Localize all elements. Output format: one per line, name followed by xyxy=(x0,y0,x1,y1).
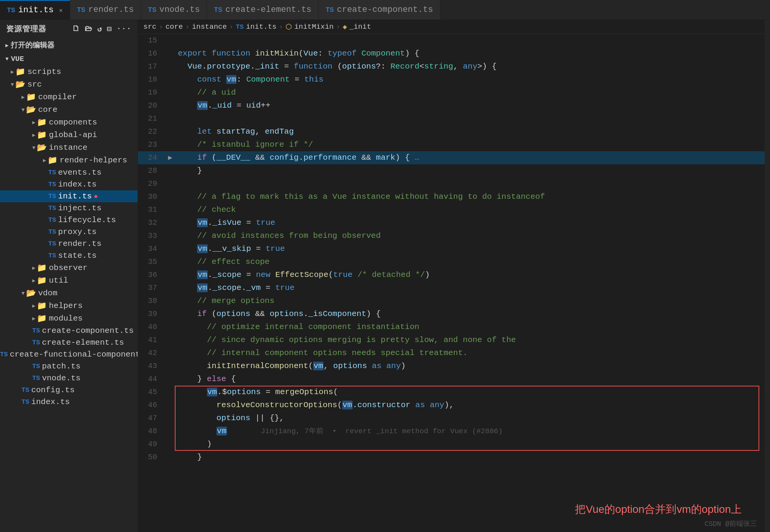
sidebar-item-patch-ts[interactable]: TS patch.ts xyxy=(0,360,138,372)
sidebar-item-global-api[interactable]: ▶ 📁 global-api xyxy=(0,129,138,141)
sidebar-item-create-element-ts[interactable]: TS create-element.ts xyxy=(0,337,138,349)
folder-icon: 📁 xyxy=(26,92,36,102)
sidebar-item-state-ts[interactable]: TS state.ts xyxy=(0,250,138,262)
line-number: 18 xyxy=(138,73,165,86)
new-file-icon[interactable]: 🗋 xyxy=(72,24,80,34)
sidebar-item-render-ts[interactable]: TS render.ts xyxy=(0,238,138,250)
line-number: 46 xyxy=(138,399,165,412)
close-icon[interactable]: ✕ xyxy=(59,7,63,14)
git-blame: Jinjiang, 7年前 • revert _init method for … xyxy=(235,427,502,435)
code-line: 33 // avoid instances from being observe… xyxy=(138,229,765,242)
sidebar-item-helpers[interactable]: ▶ 📁 helpers xyxy=(0,300,138,312)
line-content: // since dynamic options merging is pret… xyxy=(176,334,765,347)
sidebar-item-vnode-ts[interactable]: TS vnode.ts xyxy=(0,372,138,384)
ts-badge: TS xyxy=(0,351,8,358)
ts-icon: TS xyxy=(236,23,243,31)
sidebar-item-init-ts[interactable]: TS init.ts xyxy=(0,190,138,202)
more-icon[interactable]: ··· xyxy=(117,24,131,34)
open-editors-section[interactable]: ▶ 打开的编辑器 xyxy=(0,38,138,52)
line-content: vm.$options = mergeOptions( xyxy=(176,386,765,399)
sidebar-item-create-functional-component-ts[interactable]: TS create-functional-component.ts xyxy=(0,349,138,360)
line-content: // internal component options needs spec… xyxy=(176,347,765,360)
vue-root-section[interactable]: ▼ VUE xyxy=(0,52,138,65)
chevron-icon: ▼ xyxy=(5,56,8,62)
sidebar-item-compiler[interactable]: ▶ 📁 compiler xyxy=(0,91,138,103)
refresh-icon[interactable]: ↺ xyxy=(97,24,102,34)
bc-src[interactable]: src xyxy=(143,23,156,31)
sidebar-item-src[interactable]: ▼ 📂 src xyxy=(0,78,138,91)
code-editor[interactable]: 15 16 export function initMixin(Vue: typ… xyxy=(138,34,765,532)
sidebar-item-lifecycle-ts[interactable]: TS lifecycle.ts xyxy=(0,214,138,226)
code-line: 23 /* istanbul ignore if */ xyxy=(138,138,765,151)
line-number: 34 xyxy=(138,242,165,255)
sidebar-item-vdom[interactable]: ▼ 📂 vdom xyxy=(0,287,138,300)
tab-label: init.ts xyxy=(18,5,54,15)
sidebar-title: 资源管理器 xyxy=(6,24,46,34)
bc-scope[interactable]: _init xyxy=(349,23,371,31)
line-number: 36 xyxy=(138,268,165,282)
sidebar-header-icons: 🗋 🗁 ↺ ⊟ ··· xyxy=(72,24,131,34)
ts-badge: TS xyxy=(48,228,56,236)
folder-icon: 📂 xyxy=(15,80,25,89)
item-label: util xyxy=(49,276,68,285)
bc-instance[interactable]: instance xyxy=(192,23,227,31)
tab-init-ts[interactable]: TS init.ts ✕ xyxy=(0,0,70,20)
sidebar-item-proxy-ts[interactable]: TS proxy.ts xyxy=(0,226,138,238)
line-content: // merge options xyxy=(176,295,765,308)
sidebar-item-render-helpers[interactable]: ▶ 📁 render-helpers xyxy=(0,154,138,167)
folder-icon: 📁 xyxy=(37,263,47,273)
sidebar-item-index-ts2[interactable]: TS index.ts xyxy=(0,396,138,408)
bc-func-icon: ⬡ xyxy=(286,22,292,31)
code-line: 41 // since dynamic options merging is p… xyxy=(138,334,765,347)
code-line: 39 if (options && options._isComponent) … xyxy=(138,308,765,321)
bc-core[interactable]: core xyxy=(166,23,183,31)
bc-file[interactable]: init.ts xyxy=(246,23,277,31)
code-line: 50 } xyxy=(138,451,765,464)
tab-create-component-ts[interactable]: TS create-component.ts xyxy=(319,0,440,20)
line-content: } xyxy=(176,164,765,177)
chevron-right-icon: ▶ xyxy=(32,265,35,271)
code-line: 37 vm._scope._vm = true xyxy=(138,282,765,295)
sidebar-item-instance[interactable]: ▼ 📂 instance xyxy=(0,141,138,154)
ts-badge: TS xyxy=(48,240,56,247)
sidebar-item-util[interactable]: ▶ 📁 util xyxy=(0,274,138,287)
chevron-right-icon: ▶ xyxy=(32,315,35,322)
tab-create-element-ts[interactable]: TS create-element.ts xyxy=(207,0,319,20)
line-content: vm._scope = new EffectScope(true /* deta… xyxy=(176,268,765,282)
item-label: index.ts xyxy=(58,180,97,189)
sidebar-item-create-component-ts[interactable]: TS create-component.ts xyxy=(0,325,138,337)
sidebar-item-components[interactable]: ▶ 📁 components xyxy=(0,116,138,129)
sidebar-item-config-ts[interactable]: TS config.ts xyxy=(0,384,138,396)
item-label: inject.ts xyxy=(58,204,101,213)
code-line: 16 export function initMixin(Vue: typeof… xyxy=(138,47,765,60)
code-line: 49 ) xyxy=(138,438,765,451)
collapse-icon[interactable]: ⊟ xyxy=(107,24,112,34)
sidebar-item-core[interactable]: ▼ 📂 core xyxy=(0,103,138,116)
sidebar-item-index-ts[interactable]: TS index.ts xyxy=(0,178,138,190)
sidebar-item-inject-ts[interactable]: TS inject.ts xyxy=(0,202,138,214)
bc-scope-icon: ◈ xyxy=(343,22,347,31)
sidebar-item-scripts[interactable]: ▶ 📁 scripts xyxy=(0,65,138,78)
sidebar-item-events-ts[interactable]: TS events.ts xyxy=(0,167,138,178)
new-folder-icon[interactable]: 🗁 xyxy=(85,24,93,34)
bc-function[interactable]: initMixin xyxy=(294,23,334,31)
item-label: config.ts xyxy=(31,386,74,394)
tab-label: create-element.ts xyxy=(225,5,311,15)
ts-icon: TS xyxy=(148,6,156,14)
sidebar-item-observer[interactable]: ▶ 📁 observer xyxy=(0,262,138,274)
line-number: 31 xyxy=(138,203,165,216)
main-layout: 资源管理器 🗋 🗁 ↺ ⊟ ··· ▶ 打开的编辑器 ▼ VUE ▶ 📁 scr… xyxy=(0,20,770,532)
chevron-right-icon: ▶ xyxy=(32,132,35,138)
editor-area: src › core › instance › TS init.ts › ⬡ i… xyxy=(138,20,765,532)
line-content: options || {}, xyxy=(176,412,765,425)
code-lines: 15 16 export function initMixin(Vue: typ… xyxy=(138,34,765,464)
tab-render-ts[interactable]: TS render.ts xyxy=(70,0,141,20)
item-label: helpers xyxy=(49,301,82,310)
code-line: 34 vm.__v_skip = true xyxy=(138,242,765,255)
line-number: 19 xyxy=(138,86,165,99)
scrollbar[interactable] xyxy=(765,20,770,532)
csdn-text: CSDN @前端张三 xyxy=(704,520,757,528)
tab-vnode-ts[interactable]: TS vnode.ts xyxy=(141,0,207,20)
folder-icon: 📂 xyxy=(37,143,47,152)
sidebar-item-modules[interactable]: ▶ 📁 modules xyxy=(0,312,138,325)
